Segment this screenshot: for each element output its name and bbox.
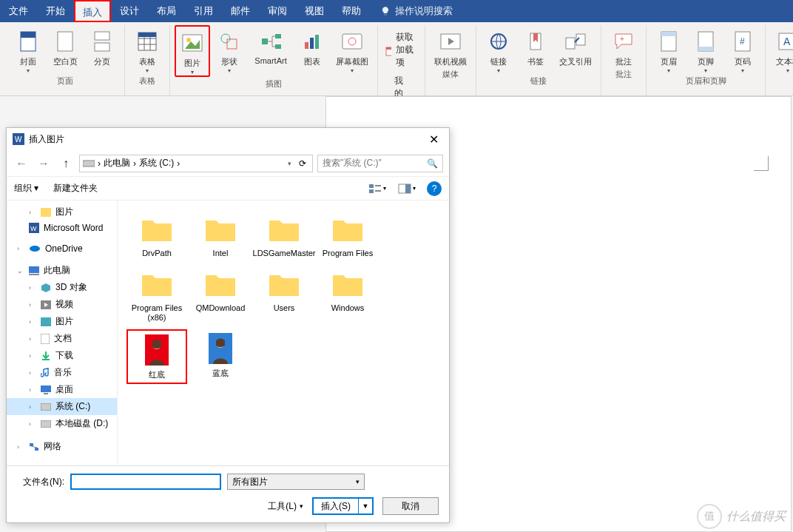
svg-text:W: W (30, 225, 37, 232)
preview-pane-button[interactable]: ▾ (397, 181, 416, 197)
folder-view[interactable]: DrvPath Intel LDSGameMaster Program File… (118, 201, 449, 465)
tab-home[interactable]: 开始 (37, 0, 74, 22)
tree-network[interactable]: ›网络 (7, 438, 117, 455)
shapes-button[interactable]: 形状▾ (212, 25, 247, 77)
svg-rect-64 (41, 334, 50, 344)
tree-onedrive[interactable]: ›OneDrive (7, 241, 117, 256)
tree-word[interactable]: WMicrosoft Word (7, 220, 117, 235)
chart-button[interactable]: 图表 (294, 25, 330, 77)
organize-button[interactable]: 组织 ▾ (14, 182, 38, 195)
tree-downloads[interactable]: ›下载 (7, 347, 117, 364)
nav-up-button[interactable]: ↑ (57, 155, 75, 172)
filename-input[interactable] (70, 474, 221, 490)
folder-windows[interactable]: Windows (317, 264, 378, 326)
tab-design[interactable]: 设计 (111, 0, 148, 22)
svg-rect-16 (262, 38, 268, 44)
tree-drive-d[interactable]: ›本地磁盘 (D:) (7, 415, 117, 432)
tab-review[interactable]: 审阅 (259, 0, 296, 22)
comment-button[interactable]: +批注 (606, 25, 641, 67)
folder-intel[interactable]: Intel (190, 209, 251, 261)
tree-documents[interactable]: ›文档 (7, 330, 117, 347)
search-input[interactable]: 搜索"系统 (C:)" 🔍 (317, 155, 443, 172)
svg-rect-59 (29, 274, 39, 275)
svg-rect-51 (375, 190, 381, 192)
folder-program-files-x86[interactable]: Program Files (x86) (126, 264, 187, 326)
newfolder-button[interactable]: 新建文件夹 (53, 182, 98, 195)
search-placeholder: 搜索"系统 (C:)" (323, 157, 382, 169)
nav-back-button[interactable]: ← (13, 155, 30, 172)
tab-references[interactable]: 引用 (185, 0, 222, 22)
file-red-photo[interactable]: 红底 (126, 329, 187, 384)
address-drop-icon[interactable]: ▾ (286, 160, 293, 167)
page-break-button[interactable]: 分页 (84, 25, 120, 74)
tab-file[interactable]: 文件 (0, 0, 37, 22)
table-button[interactable]: 表格▾ (129, 25, 165, 74)
tab-layout[interactable]: 布局 (148, 0, 185, 22)
svg-rect-48 (369, 184, 374, 188)
tab-mail[interactable]: 邮件 (222, 0, 259, 22)
tree-music[interactable]: ›音乐 (7, 364, 117, 381)
svg-line-71 (31, 446, 37, 448)
get-addins-button[interactable]: 获取加载项 (382, 30, 420, 70)
group-addins: 获取加载项 我的加载项▾ 加载项 (378, 25, 425, 95)
insert-button[interactable]: 插入(S) ▼ (312, 497, 374, 515)
crossref-button[interactable]: 交叉引用 (555, 25, 596, 74)
cover-page-button[interactable]: 封面▾ (10, 25, 46, 74)
tree-pictures2[interactable]: ›图片 (7, 313, 117, 330)
tools-dropdown[interactable]: 工具(L)▾ (268, 500, 303, 513)
smartart-button[interactable]: SmartArt (249, 25, 293, 77)
breadcrumb-thispc[interactable]: 此电脑 (104, 157, 130, 169)
svg-rect-21 (315, 35, 319, 49)
bookmark-button[interactable]: 书签 (518, 25, 553, 74)
tab-insert[interactable]: 插入 (74, 0, 111, 22)
tellme-search[interactable]: 操作说明搜索 (380, 4, 453, 18)
breadcrumb-drive[interactable]: 系统 (C:) (139, 157, 174, 169)
tab-help[interactable]: 帮助 (333, 0, 370, 22)
help-button[interactable]: ? (427, 181, 442, 196)
tree-3dobjects[interactable]: ›3D 对象 (7, 279, 117, 296)
nav-forward-button[interactable]: → (35, 155, 53, 172)
tree-thispc[interactable]: ⌄此电脑 (7, 262, 117, 279)
folder-program-files[interactable]: Program Files (317, 209, 378, 261)
folder-tree[interactable]: ›图片 WMicrosoft Word ›OneDrive ⌄此电脑 ›3D 对… (7, 201, 118, 465)
screenshot-button[interactable]: 屏幕截图▾ (331, 25, 373, 77)
svg-rect-15 (227, 39, 237, 49)
picture-button[interactable]: 图片▾ (175, 25, 210, 77)
svg-rect-66 (44, 393, 48, 394)
pagenum-button[interactable]: #页码▾ (725, 25, 760, 74)
cancel-button[interactable]: 取消 (382, 497, 439, 515)
folder-lds[interactable]: LDSGameMaster (254, 209, 314, 261)
group-pages-label: 页面 (57, 74, 73, 90)
ribbon-tabs: 文件 开始 插入 设计 布局 引用 邮件 审阅 视图 帮助 操作说明搜索 (0, 0, 793, 22)
svg-point-57 (30, 246, 40, 252)
svg-rect-63 (41, 317, 51, 326)
insert-split-drop-icon[interactable]: ▼ (359, 499, 372, 514)
svg-rect-22 (342, 34, 362, 49)
view-mode-button[interactable]: ▾ (368, 181, 387, 197)
close-button[interactable]: ✕ (425, 132, 443, 147)
tab-view[interactable]: 视图 (296, 0, 333, 22)
folder-drvpath[interactable]: DrvPath (126, 209, 187, 261)
svg-rect-36 (698, 47, 713, 51)
header-button[interactable]: 页眉▾ (651, 25, 686, 74)
svg-rect-65 (41, 385, 51, 392)
filetype-select[interactable]: 所有图片▾ (227, 474, 365, 490)
tellme-label: 操作说明搜索 (395, 4, 453, 18)
footer-button[interactable]: 页脚▾ (688, 25, 723, 74)
svg-rect-34 (661, 32, 676, 36)
link-button[interactable]: 链接▾ (481, 25, 516, 74)
tree-drive-c[interactable]: ›系统 (C:) (7, 398, 117, 415)
textbox-button[interactable]: A文本框▾ (770, 25, 793, 74)
folder-users[interactable]: Users (254, 264, 314, 326)
tree-videos[interactable]: ›视频 (7, 296, 117, 313)
tree-pictures[interactable]: ›图片 (7, 203, 117, 220)
blank-page-button[interactable]: 空白页 (47, 25, 83, 74)
address-bar[interactable]: › 此电脑 › 系统 (C:) › ▾ ⟳ (79, 155, 313, 172)
file-blue-photo[interactable]: 蓝底 (190, 329, 251, 384)
svg-text:+: + (620, 35, 624, 43)
tree-desktop[interactable]: ›桌面 (7, 381, 117, 398)
refresh-button[interactable]: ⟳ (296, 158, 309, 169)
online-video-button[interactable]: 联机视频 (430, 25, 471, 67)
svg-rect-3 (95, 32, 109, 40)
folder-qmdownload[interactable]: QMDownload (190, 264, 251, 326)
